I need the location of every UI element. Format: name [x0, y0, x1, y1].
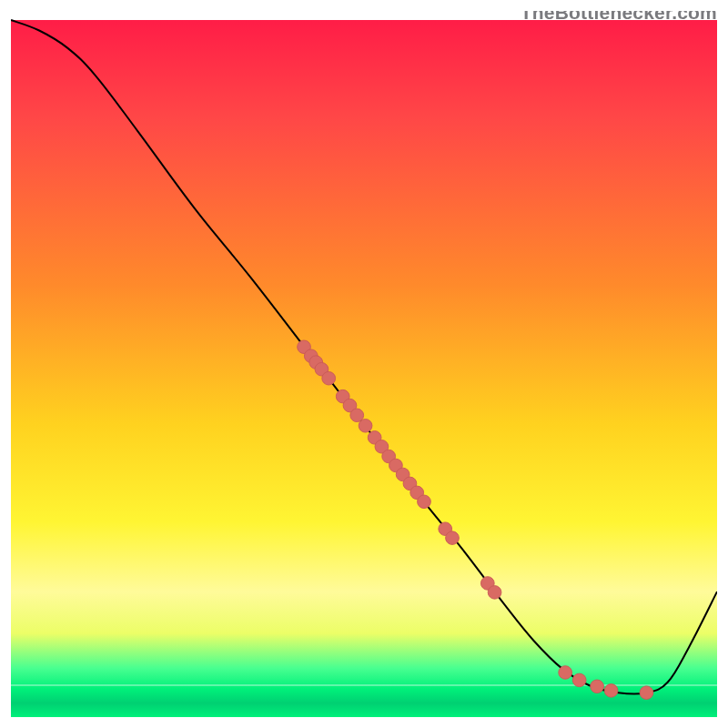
curve-layer — [11, 20, 717, 694]
data-point — [446, 531, 460, 545]
points-layer — [298, 340, 653, 699]
bottleneck-curve-path — [11, 20, 717, 694]
data-point — [488, 586, 501, 600]
data-point — [359, 420, 372, 433]
data-point — [559, 666, 572, 680]
data-point — [322, 371, 336, 385]
data-point — [640, 686, 653, 700]
data-point — [591, 680, 604, 693]
bottleneck-chart: TheBottlenecker.com — [0, 0, 728, 728]
data-point — [418, 495, 431, 509]
data-point — [604, 684, 618, 698]
data-point — [572, 673, 586, 687]
chart-overlay-svg — [11, 20, 717, 717]
watermark-text: TheBottlenecker.com — [521, 2, 717, 24]
